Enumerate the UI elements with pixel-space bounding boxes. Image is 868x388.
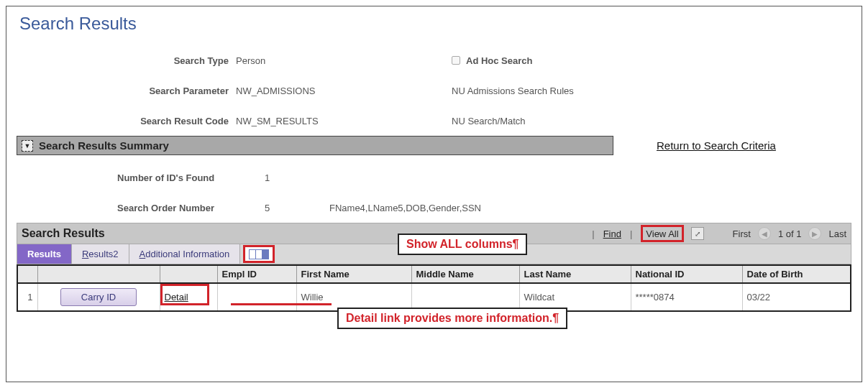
col-dob[interactable]: Date of Birth: [742, 265, 851, 283]
search-type-label: Search Type: [117, 55, 236, 66]
col-first-name[interactable]: First Name: [296, 265, 411, 283]
ids-found-value: 1: [265, 172, 329, 183]
tab-results2[interactable]: Results2: [72, 244, 129, 264]
callout-show-all-columns: Show ALL columns¶: [398, 234, 527, 255]
collapse-icon[interactable]: ▼: [22, 140, 33, 152]
return-to-criteria-link[interactable]: Return to Search Criteria: [657, 139, 776, 152]
search-parameter-value: NW_ADMISSIONS: [236, 86, 452, 96]
tab-addl-label: dditional Information: [145, 249, 229, 259]
order-number-label: Search Order Number: [117, 203, 265, 213]
find-link[interactable]: Find: [603, 228, 621, 239]
cell-dob: 03/22: [742, 283, 851, 311]
callout-detail-link: Detail link provides more information.¶: [337, 308, 567, 329]
summary-title: Search Results Summary: [39, 139, 169, 152]
callout-detail-text: Detail link provides more information.: [346, 312, 552, 324]
row-counter: 1 of 1: [778, 228, 802, 239]
page-title: Search Results: [19, 14, 851, 34]
adhoc-checkbox[interactable]: [452, 56, 460, 65]
order-number-value: 5: [265, 203, 329, 213]
last-label: Last: [828, 228, 846, 239]
col-middle-name[interactable]: Middle Name: [411, 265, 519, 283]
tab-results2-accel: R: [82, 249, 88, 259]
detail-link[interactable]: Detail: [165, 292, 188, 302]
summary-body: Number of ID's Found 1 Search Order Numb…: [117, 162, 851, 223]
results-table: Empl ID First Name Middle Name Last Name…: [17, 264, 851, 312]
tab-results[interactable]: Results: [17, 244, 72, 264]
carry-id-button[interactable]: Carry ID: [60, 288, 137, 306]
search-result-code-desc: NU Search/Match: [452, 116, 526, 126]
search-parameter-label: Search Parameter: [117, 86, 236, 96]
search-result-code-value: NW_SM_RESULTS: [236, 116, 452, 126]
annotation-underline: [231, 303, 332, 305]
search-parameter-desc: NU Admissions Search Rules: [452, 86, 574, 96]
adhoc-label: Ad Hoc Search: [466, 55, 532, 66]
search-result-code-label: Search Result Code: [117, 116, 236, 126]
tab-results2-label: esults2: [88, 249, 118, 259]
ids-found-label: Number of ID's Found: [117, 172, 265, 183]
cell-national-id: *****0874: [631, 283, 742, 311]
col-empl-id[interactable]: Empl ID: [217, 265, 296, 283]
tab-additional-information[interactable]: Additional Information: [129, 244, 241, 264]
view-all-link[interactable]: View All: [641, 225, 683, 242]
first-label: First: [733, 228, 751, 239]
col-last-name[interactable]: Last Name: [519, 265, 631, 283]
grid-title: Search Results: [22, 227, 105, 240]
tab-addl-accel: A: [140, 249, 146, 259]
cell-empl-id: [217, 283, 296, 311]
zoom-icon[interactable]: ⤢: [691, 227, 704, 240]
info-section: Search Type Person Ad Hoc Search Search …: [117, 45, 851, 136]
search-type-value: Person: [236, 55, 452, 66]
show-all-columns-button[interactable]: [243, 245, 275, 263]
summary-header: ▼ Search Results Summary: [17, 136, 613, 155]
table-header-row: Empl ID First Name Middle Name Last Name…: [17, 265, 851, 283]
col-national-id[interactable]: National ID: [631, 265, 742, 283]
prev-icon[interactable]: ◀: [758, 227, 771, 240]
next-icon[interactable]: ▶: [808, 227, 821, 240]
order-desc: FName4,LName5,DOB,Gender,SSN: [329, 203, 481, 213]
callout-show-all-text: Show ALL columns: [406, 238, 513, 250]
row-number: 1: [17, 283, 37, 311]
